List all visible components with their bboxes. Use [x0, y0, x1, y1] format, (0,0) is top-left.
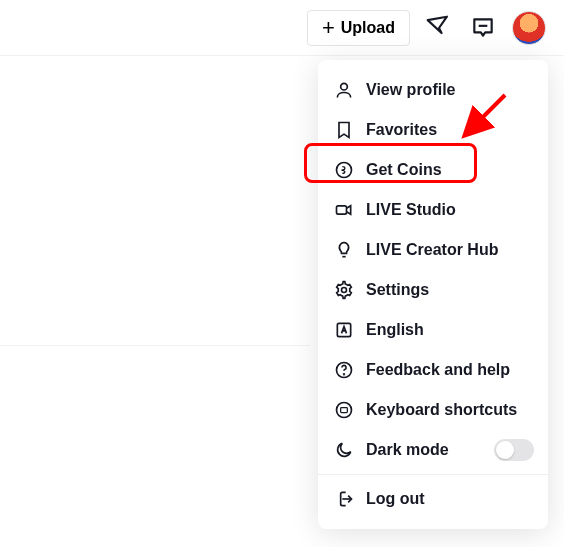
- user-icon: [334, 80, 354, 100]
- menu-item-view-profile[interactable]: View profile: [318, 70, 548, 110]
- menu-label: Keyboard shortcuts: [366, 401, 517, 419]
- menu-label: Log out: [366, 490, 425, 508]
- menu-item-live-studio[interactable]: LIVE Studio: [318, 190, 548, 230]
- menu-label: Feedback and help: [366, 361, 510, 379]
- gear-icon: [334, 280, 354, 300]
- menu-item-get-coins[interactable]: Get Coins: [318, 150, 548, 190]
- menu-item-dark-mode[interactable]: Dark mode: [318, 430, 548, 470]
- menu-item-language[interactable]: English: [318, 310, 548, 350]
- top-bar: + Upload: [0, 0, 564, 56]
- bookmark-icon: [334, 120, 354, 140]
- profile-menu: View profile Favorites Get Coins LIVE St…: [318, 60, 548, 529]
- inbox-icon[interactable]: [468, 13, 498, 43]
- video-icon: [334, 200, 354, 220]
- menu-label: Get Coins: [366, 161, 442, 179]
- menu-label: LIVE Studio: [366, 201, 456, 219]
- menu-item-settings[interactable]: Settings: [318, 270, 548, 310]
- content-panel: [0, 56, 310, 346]
- separator: [318, 474, 548, 475]
- menu-item-log-out[interactable]: Log out: [318, 479, 548, 519]
- menu-label: English: [366, 321, 424, 339]
- messages-icon[interactable]: [424, 13, 454, 43]
- menu-label: Dark mode: [366, 441, 449, 459]
- upload-button[interactable]: + Upload: [307, 10, 410, 46]
- svg-rect-10: [341, 408, 348, 413]
- menu-label: Settings: [366, 281, 429, 299]
- svg-point-9: [337, 403, 352, 418]
- svg-point-8: [344, 374, 345, 375]
- keyboard-icon: [334, 400, 354, 420]
- dark-mode-toggle[interactable]: [494, 439, 534, 461]
- menu-label: LIVE Creator Hub: [366, 241, 498, 259]
- moon-icon: [334, 440, 354, 460]
- svg-rect-3: [337, 206, 347, 214]
- logout-icon: [334, 489, 354, 509]
- menu-label: View profile: [366, 81, 456, 99]
- menu-item-favorites[interactable]: Favorites: [318, 110, 548, 150]
- menu-item-keyboard[interactable]: Keyboard shortcuts: [318, 390, 548, 430]
- upload-label: Upload: [341, 19, 395, 37]
- svg-point-1: [341, 83, 348, 90]
- menu-label: Favorites: [366, 121, 437, 139]
- language-icon: [334, 320, 354, 340]
- svg-point-5: [342, 288, 347, 293]
- bulb-icon: [334, 240, 354, 260]
- coin-icon: [334, 160, 354, 180]
- menu-item-live-creator-hub[interactable]: LIVE Creator Hub: [318, 230, 548, 270]
- help-icon: [334, 360, 354, 380]
- plus-icon: +: [322, 17, 335, 39]
- menu-item-feedback[interactable]: Feedback and help: [318, 350, 548, 390]
- avatar[interactable]: [512, 11, 546, 45]
